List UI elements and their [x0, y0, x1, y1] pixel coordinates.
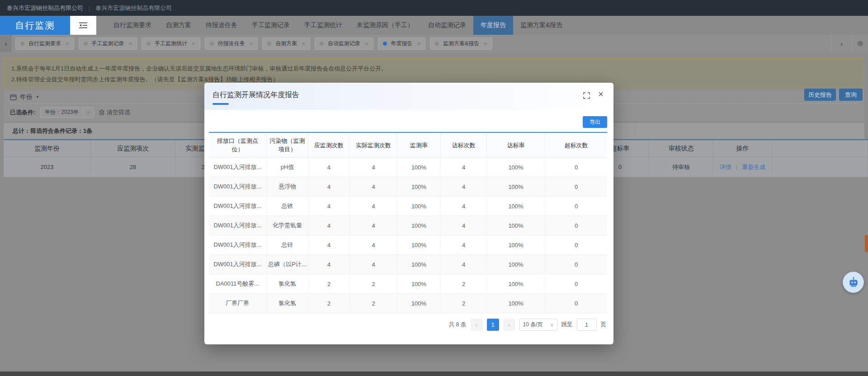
table-cell: DW001入河排放... [209, 255, 267, 274]
table-cell: 0 [545, 216, 607, 235]
notice-line-1: 1.系统会于每年1月1日自动生成上一年度年度报告，企业确认无误后提交至属地生态环… [11, 63, 857, 74]
open-tabs: 自行监测要求×手工监测记录×手工监测统计×待报送任务×自测方案×自动监测记录×年… [15, 38, 831, 50]
tab-label: 自动监测记录 [328, 40, 360, 47]
company-name-left: 泰兴市宏源钢丝制品有限公司 [7, 4, 83, 12]
nav-item[interactable]: 自测方案 [159, 16, 198, 35]
table-cell: 0 [545, 158, 607, 177]
nav-item[interactable]: 手工监测统计 [297, 16, 349, 35]
table-cell: 0 [545, 197, 607, 216]
app-title: 自行监测 [0, 16, 70, 35]
tabs-scroll-right-button[interactable]: › [831, 35, 852, 52]
tab-close-icon[interactable]: × [417, 40, 421, 47]
table-cell: 2 [308, 274, 350, 293]
tabs-scroll-left-button[interactable]: ‹ [0, 35, 12, 52]
jump-page-input[interactable] [577, 319, 597, 331]
bg-table-header-cell: 监测年份 [4, 140, 91, 157]
table-cell: DW001入河排放... [209, 197, 267, 216]
table-cell: 0 [545, 294, 607, 313]
tab-close-icon[interactable]: × [365, 40, 368, 47]
clear-filters-button[interactable]: 清空筛选 [99, 108, 130, 117]
tab-chip[interactable]: 年度报告× [378, 38, 426, 50]
tab-chip[interactable]: 手工监测记录× [79, 38, 137, 50]
report-table-header-cell: 污染物（监测项目） [267, 133, 308, 157]
nav-menu: 自行监测要求自测方案待报送任务手工监测记录手工监测统计未监测原因（手工）自动监测… [106, 16, 570, 35]
table-cell: 100% [397, 255, 441, 274]
report-table-header-cell: 达标率 [487, 133, 545, 157]
table-cell: 悬浮物 [267, 177, 308, 196]
report-table-header-cell: 监测率 [397, 133, 441, 157]
table-row: DW001入河排放...化学需氧量44100%4100%0 [209, 216, 607, 235]
bg-table-header-cell: 操作 [713, 140, 772, 157]
table-cell: 2 [350, 274, 397, 293]
bottom-scrollbar-track[interactable] [0, 371, 868, 376]
close-all-tabs-button[interactable]: ⊗ [852, 35, 868, 52]
tab-status-dot-icon [84, 42, 88, 46]
nav-item[interactable]: 手工监测记录 [245, 16, 297, 35]
table-cell: 100% [397, 274, 441, 293]
nav-item[interactable]: 未监测原因（手工） [349, 16, 421, 35]
pagination-total: 共 8 条 [449, 321, 467, 329]
tab-close-icon[interactable]: × [129, 40, 132, 47]
export-button[interactable]: 导出 [583, 116, 607, 128]
table-cell: 总铁 [267, 197, 308, 216]
table-cell: 100% [397, 294, 441, 313]
fullscreen-icon[interactable] [583, 92, 590, 99]
prev-page-button[interactable]: ‹ [471, 319, 483, 331]
modal-close-button[interactable]: × [598, 89, 604, 99]
table-row: DW001入河排放...悬浮物44100%4100%0 [209, 177, 607, 197]
menu-fold-button[interactable] [70, 16, 96, 35]
table-cell: 4 [350, 255, 397, 274]
nav-item[interactable]: 自行监测要求 [106, 16, 159, 35]
table-cell: 4 [441, 216, 487, 235]
table-cell: 4 [350, 158, 397, 177]
close-icon: × [598, 89, 604, 99]
next-page-button[interactable]: › [503, 319, 515, 331]
page-number-button[interactable]: 1 [487, 319, 499, 331]
company-name-right: 泰兴市宏源钢丝制品有限公司 [95, 4, 172, 12]
tab-chip[interactable]: 自行监测要求× [15, 38, 74, 50]
topbar-separator: | [89, 5, 90, 11]
tab-chip[interactable]: 自动监测记录× [315, 38, 373, 50]
nav-item[interactable]: 监测方案&报告 [513, 16, 570, 35]
query-button[interactable]: 查询 [839, 89, 863, 101]
report-table-header-cell: 达标次数 [441, 133, 487, 157]
table-cell: 0 [545, 177, 607, 196]
select-caret-icon: ∨ [550, 322, 553, 327]
regenerate-link[interactable]: 重新生成 [742, 163, 765, 171]
scrollbar-thumb[interactable] [865, 235, 868, 252]
table-cell: 总磷（以P计... [267, 255, 308, 274]
tab-close-icon[interactable]: × [302, 40, 305, 47]
assistant-floating-button[interactable] [843, 272, 864, 293]
table-cell: 4 [441, 158, 487, 177]
tab-close-icon[interactable]: × [250, 40, 253, 47]
tab-chip[interactable]: 待报送任务× [205, 38, 258, 50]
tab-close-icon[interactable]: × [66, 40, 69, 47]
bg-table-cell: 详情|重新生成 [713, 157, 772, 177]
tab-close-icon[interactable]: × [484, 40, 487, 47]
tab-chip[interactable]: 监测方案&报告× [430, 38, 492, 50]
bg-table-cell: 待审核 [649, 157, 713, 177]
tab-chip[interactable]: 自测方案× [262, 38, 310, 50]
tab-close-icon[interactable]: × [192, 40, 195, 47]
nav-item[interactable]: 待报送任务 [198, 16, 245, 35]
history-report-button[interactable]: 历史报告 [804, 89, 836, 101]
tab-bar: ‹ 自行监测要求×手工监测记录×手工监测统计×待报送任务×自测方案×自动监测记录… [0, 35, 868, 52]
table-cell: 4 [441, 197, 487, 216]
annual-report-modal: 自行监测开展情况年度报告 × 导出 排放口（监测点位）污染物（监测项目）应监测次… [204, 83, 613, 344]
bg-table-cell: 2023 [4, 157, 91, 177]
link-separator: | [736, 164, 737, 170]
table-cell: 氯化氢 [267, 274, 308, 293]
detail-link[interactable]: 详情 [720, 163, 731, 171]
page-size-select[interactable]: 10 条/页 ∨ [519, 319, 557, 331]
nav-item[interactable]: 年度报告 [473, 16, 513, 35]
nav-item[interactable]: 自动监测记录 [421, 16, 473, 35]
chip-remove-button[interactable]: × [83, 108, 94, 118]
table-cell: pH值 [267, 158, 308, 177]
table-cell: 0 [545, 255, 607, 274]
report-table-header-cell: 应监测次数 [308, 133, 350, 157]
table-cell: 100% [487, 197, 545, 216]
tab-label: 待报送任务 [218, 40, 245, 47]
tab-status-dot-icon [146, 42, 151, 46]
selected-conditions-label: 已选条件: [10, 108, 35, 117]
tab-chip[interactable]: 手工监测统计× [142, 38, 200, 50]
